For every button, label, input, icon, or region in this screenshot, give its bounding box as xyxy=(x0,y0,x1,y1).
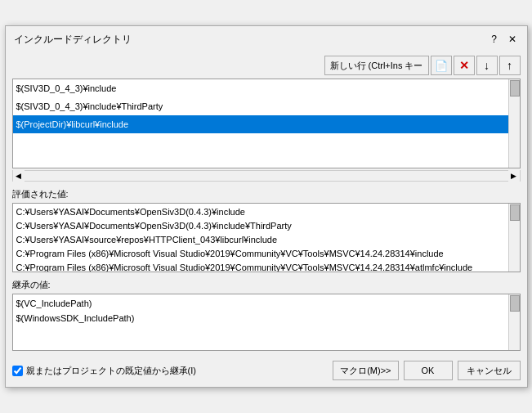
title-controls: ? ✕ xyxy=(486,31,521,47)
eval-list: C:¥Users¥YASAI¥Documents¥OpenSiv3D(0.4.3… xyxy=(13,204,520,272)
inherit-checkbox-label[interactable]: 親またはプロジェクトの既定値から継承(I) xyxy=(12,365,196,377)
inherit-list: $(VC_IncludePath) $(WindowsSDK_IncludePa… xyxy=(13,294,520,350)
eval-line: C:¥Program Files (x86)¥Microsoft Visual … xyxy=(16,247,516,261)
eval-line: C:¥Program Files (x86)¥Microsoft Visual … xyxy=(16,261,516,272)
eval-scrollbar-thumb xyxy=(510,204,520,221)
scroll-right-arrow[interactable]: ▶ xyxy=(508,170,520,182)
include-directories-dialog: インクルードディレクトリ ? ✕ 新しい行 (Ctrl+Ins キー 📄 ✕ ↓… xyxy=(5,25,528,388)
move-down-button[interactable]: ↓ xyxy=(476,56,498,75)
dialog-content: 新しい行 (Ctrl+Ins キー 📄 ✕ ↓ ↑ $(SIV3D_0_4_3)… xyxy=(6,51,527,356)
eval-line: C:¥Users¥YASAI¥Documents¥OpenSiv3D(0.4.3… xyxy=(16,219,516,233)
scroll-track xyxy=(25,171,508,181)
include-list[interactable]: $(SIV3D_0_4_3)¥include $(SIV3D_0_4_3)¥in… xyxy=(13,79,520,168)
inherit-line: $(VC_IncludePath) xyxy=(16,296,516,311)
dialog-footer: 親またはプロジェクトの既定値から継承(I) マクロ(M)>> OK キャンセル xyxy=(6,356,527,387)
new-row-button[interactable]: 新しい行 (Ctrl+Ins キー xyxy=(324,56,429,75)
eval-line: C:¥Users¥YASAI¥Documents¥OpenSiv3D(0.4.3… xyxy=(16,205,516,219)
title-bar: インクルードディレクトリ ? ✕ xyxy=(6,26,527,51)
scroll-left-arrow[interactable]: ◀ xyxy=(13,170,25,182)
close-button[interactable]: ✕ xyxy=(504,31,521,47)
macro-button[interactable]: マクロ(M)>> xyxy=(333,361,398,380)
eval-container: C:¥Users¥YASAI¥Documents¥OpenSiv3D(0.4.3… xyxy=(12,203,521,272)
footer-buttons: マクロ(M)>> OK キャンセル xyxy=(333,361,520,380)
inherit-scrollbar-thumb xyxy=(510,295,520,312)
new-icon-button[interactable]: 📄 xyxy=(431,56,452,75)
list-vertical-scrollbar[interactable] xyxy=(508,79,520,168)
list-item-selected[interactable]: $(ProjectDir)¥libcurl¥include xyxy=(13,115,520,133)
new-file-icon: 📄 xyxy=(435,60,448,72)
dialog-title: インクルードディレクトリ xyxy=(14,33,132,47)
inherit-container: $(VC_IncludePath) $(WindowsSDK_IncludePa… xyxy=(12,294,521,351)
cancel-button[interactable]: キャンセル xyxy=(458,361,521,380)
move-up-button[interactable]: ↑ xyxy=(499,56,521,75)
inherit-checkbox-text: 親またはプロジェクトの既定値から継承(I) xyxy=(26,365,196,377)
inherit-line: $(WindowsSDK_IncludePath) xyxy=(16,311,516,325)
scrollbar-thumb xyxy=(510,80,520,97)
ok-button[interactable]: OK xyxy=(404,361,453,380)
include-list-container: $(SIV3D_0_4_3)¥include $(SIV3D_0_4_3)¥in… xyxy=(12,79,521,168)
inherit-vertical-scrollbar[interactable] xyxy=(508,294,520,350)
delete-button[interactable]: ✕ xyxy=(454,56,475,75)
inherit-section-label: 継承の値: xyxy=(12,279,521,291)
list-item[interactable]: $(SIV3D_0_4_3)¥include xyxy=(13,79,520,97)
horizontal-scrollbar[interactable]: ◀ ▶ xyxy=(12,170,521,182)
inherit-checkbox[interactable] xyxy=(12,366,23,376)
eval-line: C:¥Users¥YASAI¥source¥repos¥HTTPClient_0… xyxy=(16,233,516,247)
help-button[interactable]: ? xyxy=(486,31,503,47)
eval-vertical-scrollbar[interactable] xyxy=(508,204,520,272)
toolbar: 新しい行 (Ctrl+Ins キー 📄 ✕ ↓ ↑ xyxy=(12,56,521,75)
list-item[interactable]: $(SIV3D_0_4_3)¥include¥ThirdParty xyxy=(13,97,520,115)
eval-section-label: 評価された値: xyxy=(12,188,521,200)
